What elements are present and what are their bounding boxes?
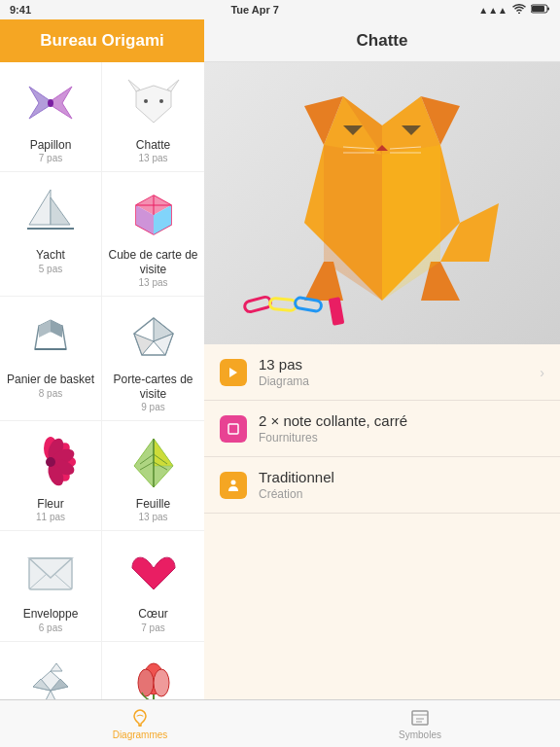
supplies-icon <box>220 415 247 443</box>
item-steps-coeur: 7 pas <box>141 622 164 633</box>
sidebar-item-enveloppe[interactable]: Enveloppe 6 pas <box>0 531 102 641</box>
sidebar-scroll[interactable]: Papillon 7 pas Chatte 13 pas <box>0 62 204 699</box>
tab-symboles-label: Symboles <box>399 729 441 740</box>
svg-point-10 <box>159 99 163 103</box>
svg-marker-6 <box>136 86 171 123</box>
svg-marker-4 <box>51 87 72 119</box>
chatte-icon <box>122 72 185 134</box>
svg-marker-52 <box>45 691 56 699</box>
item-name-chatte: Chatte <box>136 138 170 152</box>
item-steps-cube: 13 pas <box>138 277 167 288</box>
note-icon <box>227 422 240 436</box>
item-steps-porte-cartes: 9 pas <box>141 402 164 412</box>
sidebar-item-porte-cartes[interactable]: Porte-cartes de visite 9 pas <box>102 297 204 421</box>
svg-marker-84 <box>229 368 237 377</box>
svg-point-56 <box>154 669 169 696</box>
detail-info: 13 pas Diagrama › 2 × note collante, car… <box>204 344 560 699</box>
detail-image <box>204 62 560 344</box>
battery-icon <box>531 4 550 16</box>
sidebar-item-rossignol[interactable]: Rossignol 7 pas <box>0 642 102 699</box>
item-name-enveloppe: Enveloppe <box>23 607 79 621</box>
sidebar-item-tulipe[interactable]: Tulipe 14 pas <box>102 642 204 699</box>
info-row-steps[interactable]: 13 pas Diagrama › <box>204 344 560 401</box>
coeur-icon <box>122 541 185 603</box>
svg-rect-2 <box>547 8 549 11</box>
creation-icon <box>220 472 247 499</box>
item-steps-fleur: 11 pas <box>36 512 65 522</box>
svg-marker-7 <box>128 80 140 91</box>
sidebar-item-cube[interactable]: Cube de carte de visite 13 pas <box>102 172 204 297</box>
tab-bar: Diagrammes Symboles <box>0 699 560 747</box>
svg-marker-11 <box>29 190 51 225</box>
porte-cartes-icon <box>122 306 185 369</box>
tulipe-icon <box>122 652 185 699</box>
detail-header: Chatte <box>204 19 560 62</box>
sidebar-item-panier[interactable]: Panier de basket 8 pas <box>0 297 102 421</box>
svg-marker-3 <box>29 87 51 119</box>
papillon-icon <box>19 72 82 134</box>
item-steps-chatte: 13 pas <box>138 153 167 163</box>
cube-icon <box>122 182 185 244</box>
sidebar-item-papillon[interactable]: Papillon 7 pas <box>0 62 102 172</box>
steps-subtitle: Diagrama <box>259 374 540 388</box>
svg-point-86 <box>231 480 236 484</box>
sidebar-item-yacht[interactable]: Yacht 5 pas <box>0 172 102 297</box>
svg-point-37 <box>46 457 55 467</box>
sidebar-item-chatte[interactable]: Chatte 13 pas <box>102 62 204 172</box>
svg-point-9 <box>144 99 148 103</box>
steps-icon <box>220 359 247 386</box>
item-name-papillon: Papillon <box>30 138 72 152</box>
svg-marker-27 <box>134 334 154 355</box>
svg-marker-39 <box>154 439 173 466</box>
rossignol-icon <box>19 652 82 699</box>
enveloppe-icon <box>19 541 82 603</box>
svg-rect-85 <box>228 424 238 434</box>
sidebar-title: Bureau Origami <box>40 31 164 51</box>
svg-marker-8 <box>167 80 179 91</box>
item-steps-panier: 8 pas <box>39 388 62 399</box>
symboles-icon <box>410 708 430 728</box>
item-name-cube: Cube de carte de visite <box>107 248 199 276</box>
steps-chevron: › <box>540 365 544 380</box>
svg-point-5 <box>48 99 53 107</box>
svg-marker-12 <box>51 197 70 225</box>
tab-diagrammes-label: Diagrammes <box>113 729 168 740</box>
item-steps-feuille: 13 pas <box>138 512 167 522</box>
app-container: Bureau Origami Papillon 7 pas <box>0 19 560 699</box>
info-row-supplies[interactable]: 2 × note collante, carré Fournitures <box>204 401 560 457</box>
creation-content: Traditionnel Création <box>259 469 544 501</box>
detail-panel: Chatte <box>204 19 560 699</box>
person-icon <box>227 479 240 492</box>
item-name-fleur: Fleur <box>37 497 63 511</box>
svg-marker-53 <box>51 663 62 671</box>
feuille-icon <box>122 431 185 493</box>
steps-title: 13 pas <box>259 356 540 373</box>
sidebar-header: Bureau Origami <box>0 19 204 62</box>
tab-symboles[interactable]: Symboles <box>280 708 560 740</box>
status-right-icons: ▲▲▲ <box>478 4 550 16</box>
item-name-porte-cartes: Porte-cartes de visite <box>107 373 199 401</box>
creation-subtitle: Création <box>259 487 544 501</box>
svg-rect-88 <box>412 711 428 725</box>
yacht-icon <box>19 182 82 244</box>
info-row-creation[interactable]: Traditionnel Création <box>204 457 560 514</box>
svg-rect-45 <box>29 558 72 589</box>
supplies-content: 2 × note collante, carré Fournitures <box>259 412 544 445</box>
item-steps-yacht: 5 pas <box>39 264 62 274</box>
status-time: 9:41 <box>10 4 31 16</box>
play-icon <box>227 366 240 379</box>
sidebar-item-feuille[interactable]: Feuille 13 pas <box>102 421 204 531</box>
supplies-subtitle: Fournitures <box>259 431 544 445</box>
tab-diagrammes[interactable]: Diagrammes <box>0 708 280 740</box>
steps-content: 13 pas Diagrama <box>259 356 540 388</box>
signal-icon: ▲▲▲ <box>478 5 508 16</box>
item-steps-enveloppe: 6 pas <box>39 622 62 633</box>
detail-title: Chatte <box>357 31 408 51</box>
sidebar-item-fleur[interactable]: Fleur 11 pas <box>0 421 102 531</box>
status-date: Tue Apr 7 <box>230 4 279 16</box>
item-steps-papillon: 7 pas <box>39 153 62 163</box>
item-name-feuille: Feuille <box>136 497 170 511</box>
fleur-icon <box>19 431 82 493</box>
svg-point-55 <box>138 669 154 696</box>
sidebar-item-coeur[interactable]: Cœur 7 pas <box>102 531 204 641</box>
